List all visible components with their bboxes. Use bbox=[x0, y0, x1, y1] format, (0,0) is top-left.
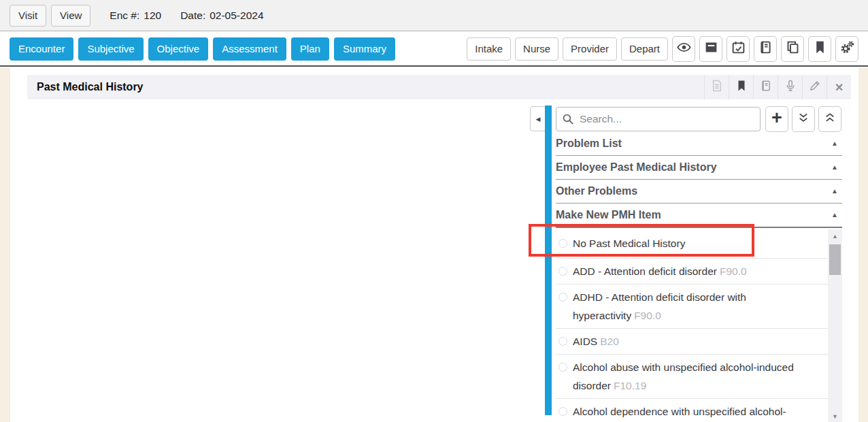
calendar-check-button[interactable] bbox=[727, 36, 750, 62]
left-triangle-icon: ◀ bbox=[536, 116, 541, 123]
eye-icon bbox=[677, 40, 691, 57]
accordion-label: Other Problems bbox=[556, 185, 637, 197]
radio-icon[interactable] bbox=[558, 363, 567, 372]
microphone-icon bbox=[784, 80, 797, 95]
note-button[interactable] bbox=[704, 75, 729, 99]
encounter-date-label: Date: bbox=[180, 10, 205, 21]
book-button[interactable] bbox=[754, 36, 777, 62]
tab-objective[interactable]: Objective bbox=[148, 37, 209, 61]
tab-encounter[interactable]: Encounter bbox=[10, 37, 73, 61]
item-name: AIDS bbox=[573, 336, 597, 347]
archive-icon bbox=[704, 40, 718, 57]
collapse-arrow-icon: ▲ bbox=[831, 204, 838, 226]
list-scrollbar[interactable]: ▲ ▼ bbox=[828, 229, 842, 422]
radio-icon[interactable] bbox=[558, 337, 567, 346]
gears-icon bbox=[840, 40, 854, 57]
radio-icon[interactable] bbox=[558, 267, 567, 276]
radio-icon[interactable] bbox=[558, 407, 567, 416]
page-edge-left bbox=[0, 67, 10, 422]
edit-button[interactable] bbox=[802, 75, 827, 99]
pencil-icon bbox=[809, 80, 821, 95]
double-chevron-down-icon bbox=[797, 112, 809, 127]
encounter-number-label: Enc #: bbox=[110, 10, 139, 21]
encounter-number: Enc #:120 bbox=[110, 10, 161, 22]
collapse-arrow-icon: ▲ bbox=[831, 156, 838, 178]
item-name: Alcohol abuse with unspecified alcohol-i… bbox=[573, 361, 794, 391]
eye-button[interactable] bbox=[672, 36, 695, 62]
visit-button[interactable]: Visit bbox=[10, 5, 46, 27]
item-code: F10.19 bbox=[614, 380, 646, 391]
list-item-add[interactable]: ADD - Attention deficit disorderF90.0 bbox=[556, 259, 828, 285]
panel-collapse-handle[interactable]: ◀ bbox=[530, 106, 546, 131]
scroll-down-button[interactable]: ▼ bbox=[828, 410, 842, 422]
accordion-label: Employee Past Medical History bbox=[556, 161, 717, 173]
bookmark-icon bbox=[735, 80, 748, 95]
accordion-employee-pmh[interactable]: Employee Past Medical History ▲ bbox=[556, 156, 842, 180]
tab-plan[interactable]: Plan bbox=[291, 37, 329, 61]
view-button[interactable]: View bbox=[51, 5, 90, 27]
radio-icon[interactable] bbox=[558, 239, 567, 248]
nurse-button[interactable]: Nurse bbox=[515, 37, 558, 61]
plus-icon: + bbox=[771, 109, 782, 127]
item-code: B20 bbox=[600, 336, 619, 347]
double-chevron-up-icon bbox=[824, 112, 836, 127]
list-item-aids[interactable]: AIDSB20 bbox=[556, 329, 828, 355]
list-item-no-pmh[interactable]: No Past Medical History bbox=[556, 228, 828, 259]
tab-summary[interactable]: Summary bbox=[334, 37, 395, 61]
encounter-date-value: 02-05-2024 bbox=[210, 10, 263, 21]
item-code: F90.0 bbox=[720, 265, 747, 277]
book-icon bbox=[758, 40, 773, 57]
section-book-button[interactable] bbox=[753, 75, 778, 99]
collapse-arrow-icon: ▲ bbox=[831, 180, 838, 202]
archive-button[interactable] bbox=[699, 36, 722, 62]
item-name: No Past Medical History bbox=[573, 238, 685, 249]
item-name: ADD - Attention deficit disorder bbox=[573, 265, 717, 277]
collapse-arrow-icon: ▲ bbox=[831, 132, 838, 155]
collapse-all-button[interactable] bbox=[818, 106, 841, 132]
copy-icon bbox=[786, 40, 800, 57]
list-item-alcohol-abuse[interactable]: Alcohol abuse with unspecified alcohol-i… bbox=[556, 355, 828, 399]
book-icon bbox=[760, 80, 772, 95]
copy-button[interactable] bbox=[781, 36, 804, 62]
tab-assessment[interactable]: Assessment bbox=[213, 37, 286, 61]
pmh-accordions: Problem List ▲ Employee Past Medical His… bbox=[556, 132, 842, 227]
item-name: Alcohol dependence with unspecified alco… bbox=[573, 406, 786, 417]
item-code: F90.0 bbox=[634, 310, 661, 321]
radio-icon[interactable] bbox=[558, 293, 567, 302]
scroll-up-button[interactable]: ▲ bbox=[828, 229, 842, 243]
scrollbar-thumb[interactable] bbox=[829, 244, 841, 275]
close-section-button[interactable]: × bbox=[827, 75, 851, 99]
accordion-other-problems[interactable]: Other Problems ▲ bbox=[556, 180, 842, 204]
search-wrap bbox=[556, 107, 761, 131]
list-item-adhd[interactable]: ADHD - Attention deficit disorder with h… bbox=[556, 285, 828, 329]
section-bookmark-button[interactable] bbox=[729, 75, 753, 99]
depart-button[interactable]: Depart bbox=[621, 37, 668, 61]
accordion-make-new-pmh-item[interactable]: Make New PMH Item ▲ bbox=[556, 204, 842, 227]
main-toolbar: Encounter Subjective Objective Assessmen… bbox=[0, 32, 868, 67]
section-header-icons: × bbox=[704, 75, 851, 99]
bookmark-icon bbox=[813, 40, 827, 57]
accordion-label: Problem List bbox=[556, 137, 622, 149]
pmh-item-list: No Past Medical History ADD - Attention … bbox=[556, 227, 842, 422]
search-input[interactable] bbox=[556, 107, 761, 131]
bookmark-button[interactable] bbox=[808, 36, 831, 62]
calendar-check-icon bbox=[731, 40, 746, 57]
encounter-number-value: 120 bbox=[144, 10, 161, 21]
list-item-alcohol-dependence[interactable]: Alcohol dependence with unspecified alco… bbox=[556, 399, 828, 422]
encounter-date: Date:02-05-2024 bbox=[180, 10, 263, 22]
tab-subjective[interactable]: Subjective bbox=[78, 37, 143, 61]
section-header: Past Medical History × bbox=[27, 75, 851, 99]
accordion-label: Make New PMH Item bbox=[556, 209, 661, 221]
page-edge-right bbox=[858, 67, 868, 422]
settings-button[interactable] bbox=[835, 36, 858, 62]
close-icon: × bbox=[835, 80, 844, 94]
accordion-problem-list[interactable]: Problem List ▲ bbox=[556, 132, 842, 156]
dictate-button[interactable] bbox=[778, 75, 802, 99]
document-icon bbox=[711, 80, 723, 95]
add-item-button[interactable]: + bbox=[765, 106, 788, 132]
top-bar: Visit View Enc #:120 Date:02-05-2024 bbox=[0, 0, 868, 31]
provider-button[interactable]: Provider bbox=[563, 37, 617, 61]
expand-all-button[interactable] bbox=[792, 106, 815, 132]
intake-button[interactable]: Intake bbox=[467, 37, 511, 61]
panel-divider-bar[interactable] bbox=[545, 106, 552, 415]
